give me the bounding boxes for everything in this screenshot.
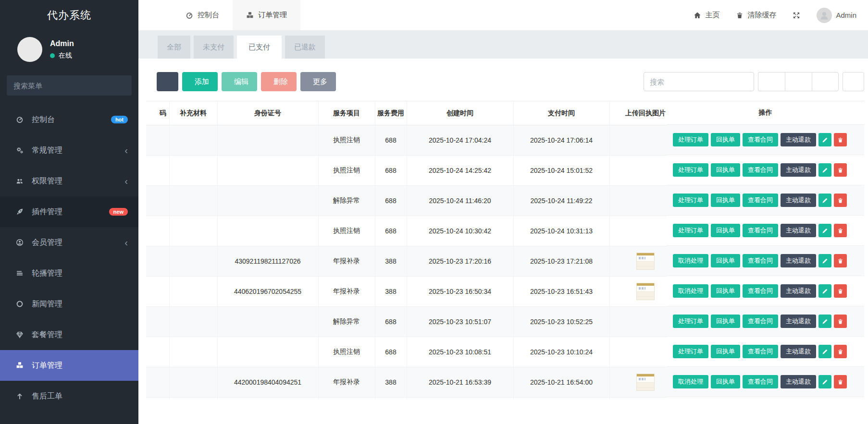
receipt-thumbnail[interactable] — [636, 374, 655, 391]
receipt-button[interactable]: 回执单 — [711, 254, 740, 267]
row-edit-button[interactable] — [818, 315, 831, 328]
receipt-thumbnail[interactable] — [636, 253, 655, 270]
row-delete-button[interactable] — [834, 194, 847, 207]
refund-button[interactable]: 主动退款 — [781, 345, 816, 358]
nav-tab-订单管理[interactable]: 订单管理 — [233, 0, 300, 30]
row-delete-button[interactable] — [834, 254, 847, 267]
sidebar-item-轮播管理[interactable]: 轮播管理 — [0, 258, 138, 289]
receipt-button[interactable]: 回执单 — [711, 194, 740, 207]
view-contract-button[interactable]: 查看合同 — [743, 284, 778, 298]
refund-button[interactable]: 主动退款 — [781, 375, 816, 388]
receipt-button[interactable]: 回执单 — [711, 284, 740, 298]
nav-action-主页[interactable]: 主页 — [694, 11, 719, 20]
sidebar-item-权限管理[interactable]: 权限管理‹ — [0, 166, 138, 196]
delete-button[interactable]: 删除 — [261, 72, 297, 91]
receipt-button[interactable]: 回执单 — [711, 163, 740, 177]
view-contract-button[interactable]: 查看合同 — [743, 224, 778, 237]
sidebar-item-会员管理[interactable]: 会员管理‹ — [0, 227, 138, 258]
more-button[interactable]: 更多 — [300, 72, 336, 91]
process-order-button[interactable]: 处理订单 — [673, 315, 708, 328]
edit-button[interactable]: 编辑 — [222, 72, 257, 91]
nav-action-清除缓存[interactable]: 清除缓存 — [736, 11, 776, 20]
refund-button[interactable]: 主动退款 — [781, 284, 816, 298]
online-status-label: 在线 — [59, 51, 72, 60]
process-order-button[interactable]: 处理订单 — [673, 224, 708, 237]
sidebar-item-售后工单[interactable]: 售后工单 — [0, 381, 138, 412]
view-contract-button[interactable]: 查看合同 — [743, 375, 778, 388]
receipt-button[interactable]: 回执单 — [711, 224, 740, 237]
navbar-tabs: 控制台订单管理 — [172, 0, 300, 30]
filter-tab-已退款[interactable]: 已退款 — [285, 36, 325, 59]
refresh-button[interactable] — [157, 72, 178, 91]
row-delete-button[interactable] — [834, 284, 847, 298]
row-edit-button[interactable] — [818, 284, 831, 298]
row-delete-button[interactable] — [834, 133, 847, 146]
refund-button[interactable]: 主动退款 — [781, 224, 816, 237]
table-search-input[interactable] — [644, 72, 754, 91]
receipt-button[interactable]: 回执单 — [711, 345, 740, 358]
receipt-button[interactable]: 回执单 — [711, 375, 740, 388]
row-edit-button[interactable] — [818, 375, 831, 388]
cell-created: 2025-10-23 10:08:51 — [407, 337, 513, 367]
process-order-button[interactable]: 处理订单 — [673, 133, 708, 146]
fullscreen-button[interactable] — [793, 12, 800, 19]
sidebar-item-插件管理[interactable]: 插件管理new — [0, 196, 138, 227]
filter-tab-全部[interactable]: 全部 — [158, 36, 190, 59]
filter-tab-未支付[interactable]: 未支付 — [194, 36, 234, 59]
advanced-search-button[interactable] — [843, 72, 864, 91]
cell-service: 年报补录 — [318, 277, 375, 307]
cancel-process-button[interactable]: 取消处理 — [673, 284, 708, 298]
export-button[interactable] — [812, 72, 839, 91]
view-contract-button[interactable]: 查看合同 — [743, 254, 778, 267]
row-delete-button[interactable] — [834, 345, 847, 358]
columns-button[interactable] — [785, 72, 812, 91]
row-actions: 取消处理回执单查看合同主动退款 — [667, 367, 864, 397]
sidebar-item-套餐管理[interactable]: 套餐管理 — [0, 319, 138, 350]
receipt-button[interactable]: 回执单 — [711, 315, 740, 328]
cancel-process-button[interactable]: 取消处理 — [673, 375, 708, 388]
row-edit-button[interactable] — [818, 194, 831, 207]
refund-button[interactable]: 主动退款 — [781, 254, 816, 267]
view-contract-button[interactable]: 查看合同 — [743, 133, 778, 146]
filter-tab-已支付[interactable]: 已支付 — [237, 36, 282, 59]
row-delete-button[interactable] — [834, 224, 847, 237]
sidebar-search-input[interactable] — [7, 75, 132, 96]
add-button[interactable]: 添加 — [182, 72, 218, 91]
sidebar-item-常规管理[interactable]: 常规管理‹ — [0, 135, 138, 166]
nav-user-menu[interactable]: Admin — [817, 8, 856, 23]
process-order-button[interactable]: 处理订单 — [673, 163, 708, 177]
view-contract-button[interactable]: 查看合同 — [743, 345, 778, 358]
row-delete-button[interactable] — [834, 315, 847, 328]
receipt-button[interactable]: 回执单 — [711, 133, 740, 146]
sidebar-menu: 控制台hot常规管理‹权限管理‹插件管理new会员管理‹轮播管理新闻管理套餐管理… — [0, 104, 138, 424]
sidebar-item-订单管理[interactable]: 订单管理 — [0, 350, 138, 381]
sidebar-item-新闻管理[interactable]: 新闻管理 — [0, 289, 138, 319]
row-edit-button[interactable] — [818, 254, 831, 267]
process-order-button[interactable]: 处理订单 — [673, 194, 708, 207]
cancel-process-button[interactable]: 取消处理 — [673, 254, 708, 267]
row-edit-button[interactable] — [818, 133, 831, 146]
row-edit-button[interactable] — [818, 224, 831, 237]
nav-tab-控制台[interactable]: 控制台 — [172, 0, 233, 30]
view-contract-button[interactable]: 查看合同 — [743, 163, 778, 177]
process-order-button[interactable]: 处理订单 — [673, 345, 708, 358]
view-contract-button[interactable]: 查看合同 — [743, 194, 778, 207]
row-edit-button[interactable] — [818, 163, 831, 177]
sidebar-item-控制台[interactable]: 控制台hot — [0, 104, 138, 135]
pencil-icon — [822, 137, 828, 143]
cell-created: 2025-10-21 16:53:39 — [407, 367, 513, 398]
refund-button[interactable]: 主动退款 — [781, 133, 816, 146]
sidebar-toggle-button[interactable] — [138, 0, 172, 30]
refund-button[interactable]: 主动退款 — [781, 163, 816, 177]
refund-button[interactable]: 主动退款 — [781, 315, 816, 328]
cell-paid: 2025-10-24 17:06:14 — [513, 125, 609, 156]
detail-view-button[interactable] — [758, 72, 785, 91]
row-edit-button[interactable] — [818, 345, 831, 358]
row-delete-button[interactable] — [834, 375, 847, 388]
receipt-thumbnail[interactable] — [636, 283, 655, 300]
view-contract-button[interactable]: 查看合同 — [743, 315, 778, 328]
row-delete-button[interactable] — [834, 163, 847, 177]
cell-created: 2025-10-24 17:04:24 — [407, 125, 513, 156]
cell-service: 年报补录 — [318, 398, 375, 400]
refund-button[interactable]: 主动退款 — [781, 194, 816, 207]
